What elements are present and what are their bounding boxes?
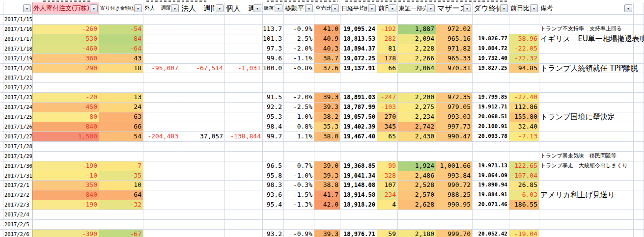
cell-edge[interactable] <box>0 171 3 181</box>
cell-j[interactable]: 19,041.34 <box>340 171 377 181</box>
cell-b[interactable]: 350 <box>32 181 99 190</box>
cell-m[interactable] <box>436 220 473 229</box>
date-cell[interactable]: 2017/2/2 <box>3 190 32 200</box>
cell-b[interactable]: 360 <box>32 54 99 63</box>
cell-q[interactable] <box>634 112 644 122</box>
cell-h[interactable] <box>284 142 314 151</box>
cell-e[interactable] <box>180 44 225 53</box>
cell-h[interactable]: -1.0% <box>284 171 314 181</box>
cell-g[interactable]: 98.4 <box>263 122 284 132</box>
cell-q[interactable] <box>634 152 644 161</box>
cell-m[interactable]: 990.47 <box>436 132 473 141</box>
cell-c[interactable]: -32 <box>99 200 143 210</box>
cell-n[interactable]: 19.884.91 <box>473 190 509 200</box>
cell-g[interactable]: 97.3 <box>263 44 284 53</box>
cell-b[interactable]: -190 <box>32 200 99 210</box>
cell-j[interactable] <box>340 210 377 219</box>
cell-h[interactable]: -0.9% <box>284 25 314 34</box>
cell-i[interactable]: 39.0 <box>314 161 340 171</box>
cell-o[interactable] <box>509 83 539 92</box>
filter-dropdown-p[interactable]: ▼ <box>624 4 632 12</box>
cell-i[interactable] <box>314 220 340 229</box>
cell-o[interactable] <box>509 15 539 24</box>
cell-c[interactable]: 63 <box>99 112 143 122</box>
cell-o[interactable]: 26.85 <box>509 181 539 190</box>
cell-o[interactable]: -58.96 <box>509 34 539 44</box>
cell-f[interactable] <box>225 103 263 112</box>
cell-e[interactable] <box>180 73 225 82</box>
cell-p[interactable]: トランプ不支持率 支持率上回る <box>539 25 634 34</box>
cell-k[interactable]: -282 <box>377 34 398 44</box>
cell-h[interactable]: -1.5% <box>284 190 314 200</box>
cell-m[interactable]: 988.25 <box>436 190 473 200</box>
date-cell[interactable]: 2017/1/18 <box>3 44 32 53</box>
cell-j[interactable]: 18,891.03 <box>340 93 377 102</box>
cell-l[interactable]: 2,228 <box>398 44 436 53</box>
cell-f[interactable] <box>225 44 263 53</box>
cell-j[interactable]: 18,914.58 <box>340 190 377 200</box>
cell-edge[interactable] <box>0 122 3 132</box>
cell-b[interactable]: -10 <box>32 171 99 181</box>
cell-p[interactable]: アメリカ利上げ見送り <box>539 190 634 200</box>
cell-q[interactable] <box>634 83 644 92</box>
cell-l[interactable]: 2,200 <box>398 93 436 102</box>
cell-b[interactable] <box>32 83 99 92</box>
cell-h[interactable] <box>284 83 314 92</box>
cell-c[interactable] <box>99 210 143 219</box>
cell-n[interactable]: 20.068.51 <box>473 112 509 122</box>
cell-h[interactable] <box>284 15 314 24</box>
cell-h[interactable]: 0.8% <box>284 122 314 132</box>
cell-c[interactable] <box>99 152 143 161</box>
cell-m[interactable] <box>436 152 473 161</box>
cell-q[interactable] <box>634 103 644 112</box>
cell-b[interactable]: -460 <box>32 44 99 53</box>
cell-d[interactable] <box>143 15 180 24</box>
cell-h[interactable]: 0.7% <box>284 161 314 171</box>
cell-e[interactable] <box>180 112 225 122</box>
cell-f[interactable] <box>225 73 263 82</box>
cell-e[interactable] <box>180 171 225 181</box>
cell-k[interactable]: -328 <box>377 171 398 181</box>
cell-g[interactable] <box>263 152 284 161</box>
cell-k[interactable]: -234 <box>377 190 398 200</box>
cell-n[interactable] <box>473 152 509 161</box>
cell-k[interactable]: 270 <box>377 112 398 122</box>
cell-c[interactable] <box>99 220 143 229</box>
cell-c[interactable] <box>99 73 143 82</box>
date-cell[interactable]: 2017/2/4 <box>3 210 32 219</box>
cell-k[interactable]: -99 <box>377 161 398 171</box>
cell-f[interactable] <box>225 142 263 151</box>
filter-dropdown-d[interactable]: ▼ <box>171 4 179 12</box>
cell-n[interactable]: 19.799.85 <box>473 93 509 102</box>
cell-i[interactable]: 38.2 <box>314 112 340 122</box>
cell-n[interactable] <box>473 210 509 219</box>
cell-l[interactable]: 2,180 <box>398 230 436 237</box>
date-cell[interactable]: 2017/1/21 <box>3 73 32 82</box>
cell-l[interactable] <box>398 210 436 219</box>
cell-m[interactable]: 999.70 <box>436 230 473 237</box>
cell-n[interactable]: 19.732.40 <box>473 54 509 63</box>
cell-edge[interactable] <box>0 132 3 141</box>
cell-k[interactable] <box>377 220 398 229</box>
date-cell[interactable]: 2017/2/5 <box>3 220 32 229</box>
cell-k[interactable]: 345 <box>377 122 398 132</box>
cell-b[interactable]: -390 <box>32 230 99 237</box>
cell-m[interactable]: 972.02 <box>436 25 473 34</box>
cell-p[interactable] <box>539 54 634 63</box>
cell-j[interactable]: 19,368.85 <box>340 161 377 171</box>
cell-l[interactable]: 2,430 <box>398 132 436 141</box>
cell-q[interactable] <box>634 210 644 219</box>
cell-p[interactable] <box>539 93 634 102</box>
cell-p[interactable] <box>539 171 634 181</box>
cell-b[interactable]: -190 <box>32 161 99 171</box>
cell-g[interactable] <box>263 220 284 229</box>
cell-h[interactable]: -1.3% <box>284 200 314 210</box>
cell-l[interactable]: 2,570 <box>398 190 436 200</box>
cell-g[interactable]: 101.3 <box>263 34 284 44</box>
cell-k[interactable]: 59 <box>377 230 398 237</box>
cell-i[interactable]: 41.7 <box>314 190 340 200</box>
cell-h[interactable]: -0.3% <box>284 181 314 190</box>
cell-k[interactable] <box>377 152 398 161</box>
cell-p[interactable] <box>539 142 634 151</box>
cell-p[interactable]: トランプ大統領就任 TPP離脱 <box>539 64 634 73</box>
